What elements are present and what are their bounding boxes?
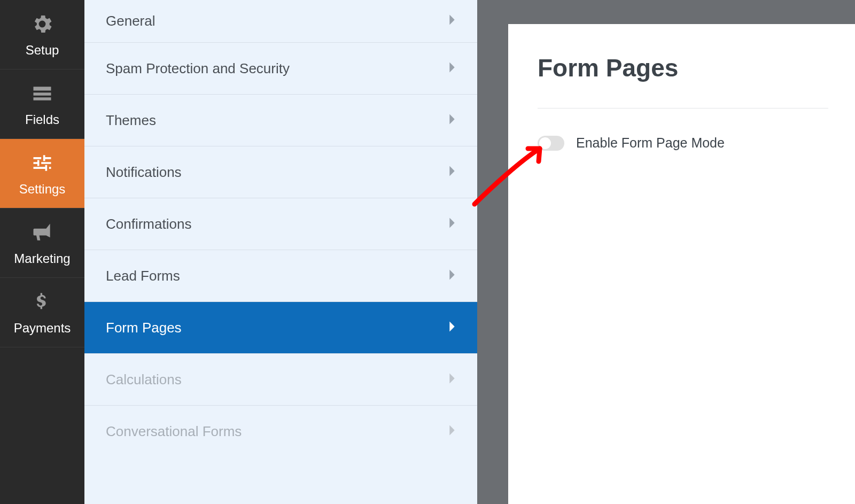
sidebar-item-label: Marketing: [14, 251, 70, 266]
settings-row-themes[interactable]: Themes: [84, 95, 477, 146]
settings-label: Conversational Forms: [106, 423, 242, 440]
sliders-icon: [30, 151, 55, 175]
settings-label: Themes: [106, 112, 156, 129]
enable-form-page-mode-toggle[interactable]: [538, 136, 564, 151]
settings-row-lead-forms[interactable]: Lead Forms: [84, 250, 477, 302]
sidebar-item-settings[interactable]: Settings: [0, 139, 84, 208]
settings-label: Notifications: [106, 164, 182, 181]
chevron-right-icon: [448, 13, 456, 29]
settings-label: General: [106, 13, 156, 29]
sidebar-item-label: Payments: [14, 321, 71, 336]
settings-panel: General Spam Protection and Security The…: [84, 0, 477, 504]
sidebar-item-payments[interactable]: Payments: [0, 278, 84, 347]
chevron-right-icon: [448, 268, 456, 284]
settings-row-notifications[interactable]: Notifications: [84, 146, 477, 198]
divider: [538, 108, 828, 108]
dollar-icon: [30, 290, 55, 314]
settings-row-confirmations[interactable]: Confirmations: [84, 198, 477, 250]
page-title: Form Pages: [538, 53, 828, 82]
sidebar-item-fields[interactable]: Fields: [0, 69, 84, 139]
settings-label: Confirmations: [106, 216, 191, 232]
settings-label: Form Pages: [106, 320, 182, 336]
chevron-right-icon: [448, 371, 456, 388]
main-sidebar: Setup Fields Settings Marketing Payments: [0, 0, 84, 504]
settings-row-general[interactable]: General: [84, 0, 477, 43]
sidebar-item-label: Setup: [26, 43, 59, 58]
settings-row-form-pages[interactable]: Form Pages: [84, 302, 477, 354]
chevron-right-icon: [448, 216, 456, 232]
sidebar-item-label: Fields: [25, 112, 59, 127]
chevron-right-icon: [448, 423, 456, 440]
bullhorn-icon: [30, 220, 55, 245]
settings-label: Lead Forms: [106, 268, 180, 284]
toggle-row-enable-form-page-mode: Enable Form Page Mode: [538, 135, 828, 151]
settings-row-conversational-forms[interactable]: Conversational Forms: [84, 406, 477, 458]
sidebar-item-marketing[interactable]: Marketing: [0, 208, 84, 278]
chevron-right-icon: [448, 60, 456, 77]
settings-label: Spam Protection and Security: [106, 60, 290, 77]
toggle-knob: [539, 137, 551, 149]
gear-icon: [30, 12, 55, 36]
settings-label: Calculations: [106, 371, 182, 388]
content-card: Form Pages Enable Form Page Mode: [508, 24, 855, 504]
chevron-right-icon: [448, 112, 456, 129]
chevron-right-icon: [448, 320, 456, 336]
sidebar-item-setup[interactable]: Setup: [0, 0, 84, 69]
list-icon: [30, 81, 55, 106]
panel-gap: [477, 0, 508, 504]
settings-row-spam[interactable]: Spam Protection and Security: [84, 43, 477, 95]
chevron-right-icon: [448, 164, 456, 181]
settings-row-calculations[interactable]: Calculations: [84, 354, 477, 406]
sidebar-item-label: Settings: [19, 182, 66, 197]
toggle-label: Enable Form Page Mode: [576, 135, 725, 151]
